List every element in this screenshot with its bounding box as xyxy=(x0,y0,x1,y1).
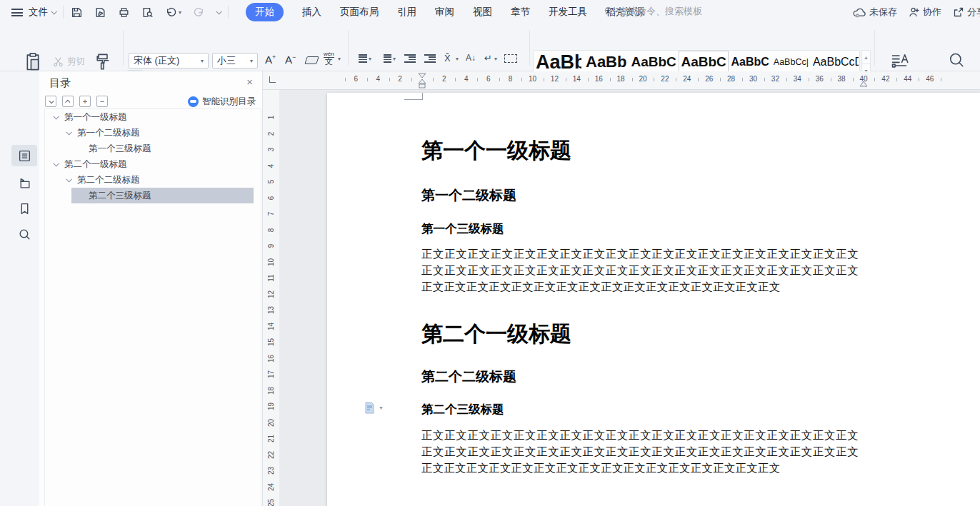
toc-collapse-all-button[interactable]: − xyxy=(96,96,108,107)
bullet-list-icon[interactable] xyxy=(356,54,367,63)
vertical-ruler[interactable]: 1234567891011121314151617181920212223242… xyxy=(263,90,279,506)
tab-selector-icon[interactable] xyxy=(269,76,276,83)
ribbon-tab[interactable]: 开发工具 xyxy=(549,6,587,19)
heading-1[interactable]: 第一个一级标题 xyxy=(421,138,859,163)
chevron-down-icon[interactable] xyxy=(53,113,59,119)
toc-tree: 第一个一级标题 第一个二级标题 第一个三级标题 第二个一级标题 xyxy=(44,108,261,506)
style-preview: AaBbC( xyxy=(631,54,676,74)
ruler-number: 7 xyxy=(267,206,275,222)
ribbon-tab[interactable]: 视图 xyxy=(473,6,492,19)
toc-tree-item[interactable]: 第一个二级标题 xyxy=(45,125,261,141)
heading-3[interactable]: 第二个三级标题 xyxy=(421,402,859,418)
ruler-number: 4 xyxy=(267,158,275,173)
decrease-font-button[interactable]: A− xyxy=(285,54,296,66)
toc-item-label: 第一个三级标题 xyxy=(89,143,151,155)
ruler-number: 2 xyxy=(442,75,446,83)
ribbon-tab[interactable]: 章节 xyxy=(511,6,530,19)
ruler-number: 19 xyxy=(267,399,275,415)
heading-2[interactable]: 第一个二级标题 xyxy=(421,186,859,205)
heading-3[interactable]: 第一个三级标题 xyxy=(421,221,859,237)
heading-2[interactable]: 第二个二级标题 xyxy=(421,368,859,386)
body-paragraph[interactable]: 正文正文正文正文正文正文正文正文正文正文正文正文正文正文正文正文正文正文正文正文… xyxy=(421,246,859,295)
bookmark-pane-button[interactable] xyxy=(11,198,37,219)
ribbon-tab[interactable]: 插入 xyxy=(302,6,321,19)
ribbon-tab[interactable]: 页面布局 xyxy=(340,6,379,19)
horizontal-ruler[interactable]: 6422468101214161820222426283032343638404… xyxy=(263,71,980,90)
undo-button[interactable]: ▾ xyxy=(165,6,181,19)
toc-expand-all-button[interactable]: + xyxy=(79,96,91,107)
share-icon xyxy=(953,6,964,18)
pinyin-guide-button[interactable]: wén 文 xyxy=(324,51,334,66)
chevron-down-icon: ▾ xyxy=(393,56,396,62)
annotation-pane-button[interactable] xyxy=(11,172,37,193)
heading-1[interactable]: 第二个一级标题 xyxy=(421,322,859,347)
toc-tree-item[interactable]: 第二个一级标题 xyxy=(45,156,261,172)
command-search[interactable] xyxy=(604,6,733,16)
ruler-tick xyxy=(588,78,589,81)
ruler-tick xyxy=(632,78,633,81)
print-preview-button[interactable] xyxy=(141,6,154,19)
ruler-tick xyxy=(874,78,875,81)
document-page[interactable]: 第一个一级标题 第一个二级标题 第一个三级标题 正文正文正文正文正文正文正文正文… xyxy=(327,93,980,506)
search-input[interactable] xyxy=(619,6,733,16)
body-paragraph[interactable]: 正文正文正文正文正文正文正文正文正文正文正文正文正文正文正文正文正文正文正文正文… xyxy=(421,427,859,476)
save-button[interactable] xyxy=(71,6,83,19)
clear-format-icon[interactable] xyxy=(304,56,319,64)
gallery-scroll-up[interactable]: ▲ xyxy=(861,50,871,64)
toc-expand-down-button[interactable] xyxy=(45,96,56,107)
collaborate-button[interactable]: 协作 xyxy=(909,6,941,19)
toc-collapse-up-button[interactable] xyxy=(62,96,74,107)
print-button[interactable] xyxy=(118,6,130,19)
font-name-select[interactable]: 宋体 (正文)▾ xyxy=(129,53,209,69)
ruler-number: 44 xyxy=(904,75,911,83)
increase-font-button[interactable]: A+ xyxy=(265,54,276,66)
export-pdf-button[interactable] xyxy=(94,6,106,19)
smart-recognize-button[interactable]: 智能识别目录 xyxy=(188,96,256,108)
ribbon-tab[interactable]: 引用 xyxy=(397,6,416,19)
toc-tree-item[interactable]: 第一个三级标题 xyxy=(45,141,261,156)
ruler-number: 14 xyxy=(573,75,581,83)
ruler-tick xyxy=(941,78,941,81)
ribbon-tab[interactable]: 开始 xyxy=(246,3,284,21)
toc-tree-item[interactable]: 第一个一级标题 xyxy=(45,109,261,125)
chevron-down-icon: ▾ xyxy=(494,56,497,62)
search-pane-button[interactable] xyxy=(11,223,37,245)
save-status[interactable]: 未保存 xyxy=(853,6,897,19)
ribbon-tab[interactable]: 审阅 xyxy=(435,6,454,19)
wrap-mark-icon[interactable]: ↵ xyxy=(484,53,492,64)
indent-markers[interactable] xyxy=(418,72,426,89)
ruler-tick xyxy=(389,78,390,81)
chevron-down-icon: ▾ xyxy=(201,58,204,64)
main-menu-icon[interactable] xyxy=(11,9,23,16)
cut-button[interactable]: 剪切 xyxy=(53,56,85,68)
style-preview: AaBbC xyxy=(731,54,769,74)
save-icon xyxy=(71,6,83,19)
collapse-toolbar-icon[interactable] xyxy=(216,9,221,14)
ruler-tick xyxy=(499,78,500,81)
ruler-tick xyxy=(345,78,346,81)
ruler-number: 14 xyxy=(267,318,275,334)
close-icon[interactable]: × xyxy=(246,76,253,88)
ruler-number: 36 xyxy=(816,75,824,83)
ruler-tick xyxy=(610,78,611,81)
file-menu-button[interactable]: 文件 xyxy=(29,6,56,19)
decrease-indent-icon[interactable] xyxy=(404,54,416,63)
toc-tree-item[interactable]: 第二个三级标题 xyxy=(45,188,261,203)
char-scale-icon[interactable] xyxy=(504,54,517,63)
chevron-down-icon[interactable] xyxy=(66,129,71,135)
increase-indent-icon[interactable] xyxy=(424,54,436,63)
sort-icon[interactable]: A↓ xyxy=(466,53,476,63)
chevron-down-icon[interactable] xyxy=(66,176,71,182)
numbered-list-icon[interactable] xyxy=(380,54,391,63)
chevron-down-icon[interactable] xyxy=(53,161,59,166)
font-size-select[interactable]: 小三▾ xyxy=(212,53,258,69)
ruler-number: 40 xyxy=(859,75,867,83)
heading-collapse-widget[interactable]: ▼ xyxy=(364,402,384,414)
outline-pane-button[interactable] xyxy=(11,145,37,166)
redo-button[interactable] xyxy=(193,6,205,19)
toc-tree-item[interactable]: 第二个二级标题 xyxy=(45,172,261,188)
outline-icon xyxy=(18,149,31,163)
chevron-down-icon xyxy=(51,9,56,14)
share-button[interactable]: 分享 xyxy=(953,6,980,19)
text-tool-icon[interactable]: X̂ xyxy=(444,53,451,64)
